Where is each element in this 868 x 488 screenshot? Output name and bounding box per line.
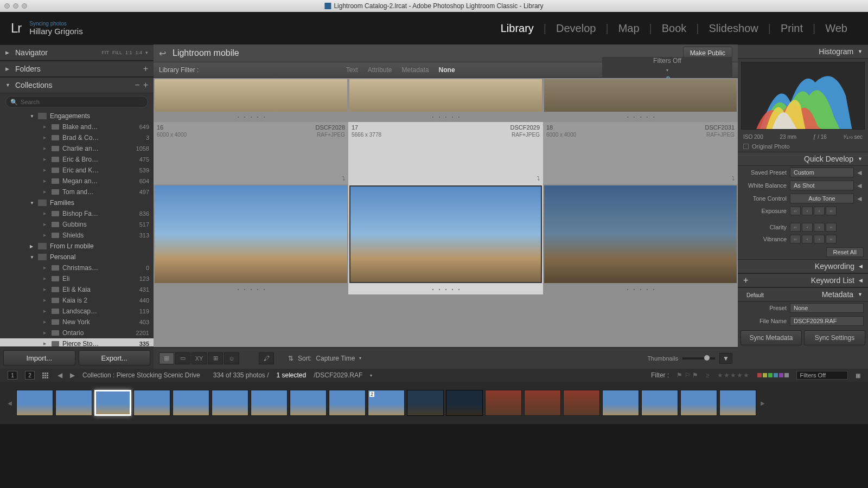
filmstrip-thumb[interactable] (602, 390, 639, 416)
metadata-set-dropdown[interactable]: Default (743, 292, 780, 299)
chevron-left-icon[interactable]: ◀ (857, 195, 864, 202)
filmstrip-thumb[interactable] (16, 390, 53, 416)
filters-off-dropdown[interactable]: Filters Off (796, 371, 848, 380)
collection-item[interactable]: ▶Eric and K…539 (0, 165, 154, 176)
filmstrip-thumb[interactable] (55, 390, 92, 416)
module-library[interactable]: Library (491, 22, 544, 35)
lock-icon[interactable]: ▦ (856, 373, 860, 378)
thumbnail-grid[interactable]: 16DSCF2028 6000 x 4000RAF+JPEG ⤵ 17DSCF2… (154, 78, 738, 347)
module-book[interactable]: Book (652, 22, 697, 35)
quick-develop-header[interactable]: Quick Develop▼ (738, 152, 868, 166)
people-view-button[interactable]: ☺ (224, 352, 239, 364)
collection-item[interactable]: ▶Megan an…604 (0, 176, 154, 187)
keywording-header[interactable]: Keywording◀ (738, 259, 868, 273)
sort-direction-icon[interactable]: ⇅ (288, 355, 293, 362)
add-keyword-button[interactable]: + (743, 275, 748, 285)
folders-header[interactable]: ▶ Folders + (0, 61, 154, 77)
collection-set[interactable]: ▶From Lr mobile (0, 241, 154, 252)
grid-cell-selected[interactable] (348, 184, 543, 284)
nav-back-icon[interactable]: ◀ (58, 371, 62, 379)
nav-1-1[interactable]: 1:1 (125, 50, 132, 55)
grid-cell[interactable] (154, 184, 348, 284)
screen-2-button[interactable]: 2 (25, 371, 35, 380)
collection-item[interactable]: ▶Blake and…649 (0, 121, 154, 132)
filmstrip-thumb[interactable] (290, 390, 327, 416)
saved-preset-dropdown[interactable]: Custom (790, 168, 854, 177)
nav-fit[interactable]: FIT (101, 50, 109, 55)
grid-cell-partial[interactable] (543, 78, 738, 112)
collection-item[interactable]: ▶Bishop Fa…836 (0, 208, 154, 219)
sync-metadata-button[interactable]: Sync Metadata (741, 330, 802, 345)
thumbnail-size-slider[interactable] (682, 357, 715, 359)
breadcrumb-path[interactable]: Lightroom mobile (173, 48, 239, 58)
filmstrip-thumb[interactable] (133, 390, 170, 416)
filmstrip[interactable]: ◀ 2 ▶ (0, 382, 868, 424)
back-icon[interactable]: ↩ (159, 48, 166, 59)
filmstrip-left-button[interactable]: ◀ (5, 400, 14, 406)
chevron-left-icon[interactable]: ◀ (857, 182, 864, 189)
auto-tone-button[interactable]: Auto Tone (790, 194, 854, 203)
filter-none[interactable]: None (439, 66, 455, 74)
metadata-preset-dropdown[interactable]: None (790, 303, 864, 313)
histogram-display[interactable] (741, 62, 865, 130)
filmstrip-thumb[interactable] (719, 390, 756, 416)
filmstrip-thumb[interactable] (524, 390, 561, 416)
sort-dropdown[interactable]: Capture Time (316, 355, 355, 362)
collection-item[interactable]: ▶Brad & Co…3 (0, 132, 154, 143)
collections-search-input[interactable]: 🔍 Search (5, 96, 148, 108)
original-photo-checkbox[interactable] (743, 144, 749, 149)
grid-icon[interactable] (42, 373, 50, 378)
chevron-left-icon[interactable]: ◀ (857, 169, 864, 176)
clarity-stepper[interactable]: ‹‹‹››› (790, 223, 837, 232)
user-name[interactable]: Hillary Grigoris (29, 27, 82, 36)
filmstrip-right-button[interactable]: ▶ (758, 400, 767, 406)
collection-item[interactable]: ▶Gubbins517 (0, 219, 154, 230)
chevron-down-icon[interactable]: ▾ (370, 373, 372, 378)
toolbar-chevron-button[interactable]: ▼ (719, 353, 732, 364)
filmstrip-thumb[interactable]: 2 (368, 390, 405, 416)
grid-cell[interactable] (543, 184, 738, 284)
metadata-header[interactable]: DefaultMetadata▼ (738, 287, 868, 301)
color-filter[interactable] (757, 373, 789, 377)
sync-settings-button[interactable]: Sync Settings (804, 330, 865, 345)
collection-item[interactable]: ▶Pierce Sto…335 (0, 338, 154, 346)
navigator-header[interactable]: ▶ Navigator FIT FILL 1:1 1:4 ▾ (0, 44, 154, 61)
collection-item[interactable]: ▶Eli & Kaia431 (0, 284, 154, 295)
grid-cell-partial[interactable] (154, 78, 348, 112)
star-filter[interactable]: ★★★★★ (717, 371, 750, 379)
filter-attribute[interactable]: Attribute (368, 66, 392, 74)
filmstrip-thumb[interactable] (563, 390, 600, 416)
collection-item[interactable]: ▶Ontario2201 (0, 328, 154, 338)
flag-filter-icon[interactable]: ⚑ ⚐ ⚑ (676, 371, 698, 379)
collection-item[interactable]: ▶Tom and…497 (0, 187, 154, 197)
filter-metadata[interactable]: Metadata (402, 66, 429, 74)
nav-forward-icon[interactable]: ▶ (70, 371, 75, 379)
filmstrip-thumb[interactable] (680, 390, 717, 416)
chevron-updown-icon[interactable]: ▾ (145, 50, 148, 55)
filmstrip-thumb[interactable] (329, 390, 366, 416)
module-map[interactable]: Map (609, 22, 649, 35)
collection-item[interactable]: ▶Kaia is 2440 (0, 295, 154, 306)
grid-cell-info[interactable]: 18DSCF2031 6000 x 4000RAF+JPEG ⤵ (543, 122, 738, 184)
nav-1-4[interactable]: 1:4 (135, 50, 142, 55)
survey-view-button[interactable]: ⊞ (208, 352, 223, 364)
grid-cell-info[interactable]: 16DSCF2028 6000 x 4000RAF+JPEG ⤵ (154, 122, 348, 184)
nav-fill[interactable]: FILL (112, 50, 122, 55)
filmstrip-thumb[interactable] (251, 390, 288, 416)
filters-off-dropdown[interactable]: Filters Off (653, 57, 681, 65)
module-slideshow[interactable]: Slideshow (699, 22, 768, 35)
module-develop[interactable]: Develop (546, 22, 605, 35)
loupe-view-button[interactable]: ▭ (175, 352, 190, 364)
filmstrip-thumb[interactable] (641, 390, 678, 416)
histogram-header[interactable]: Histogram▼ (738, 44, 868, 59)
filmstrip-thumb[interactable] (446, 390, 483, 416)
import-button[interactable]: Import... (3, 350, 75, 365)
filmstrip-thumb[interactable] (407, 390, 444, 416)
collection-item[interactable]: ▶Eli123 (0, 273, 154, 284)
filmstrip-thumb[interactable] (485, 390, 522, 416)
compare-view-button[interactable]: XY (192, 352, 207, 364)
reset-all-button[interactable]: Reset All (826, 247, 864, 257)
filmstrip-thumb[interactable] (212, 390, 248, 416)
module-print[interactable]: Print (771, 22, 813, 35)
collections-header[interactable]: ▼ Collections − + (0, 77, 154, 93)
